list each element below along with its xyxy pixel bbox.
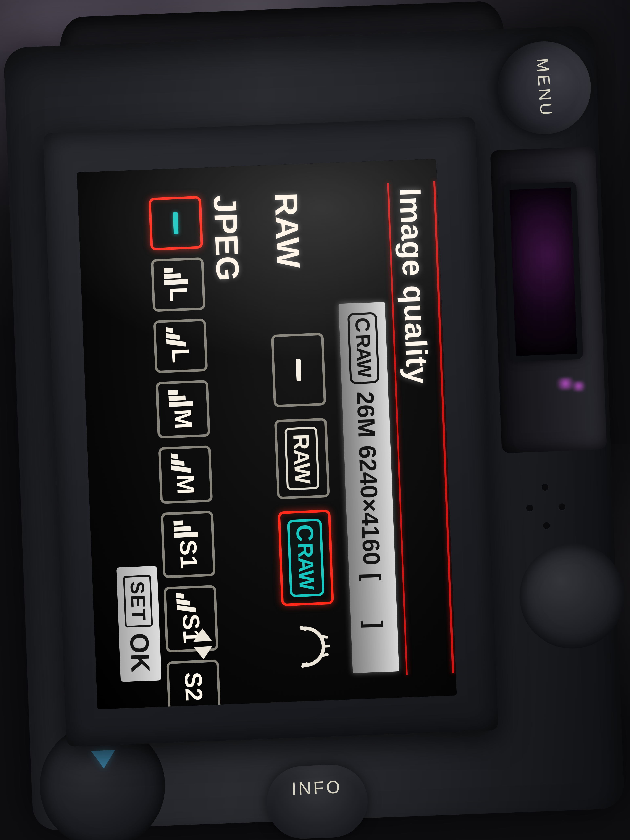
raw-label: RAW bbox=[267, 192, 307, 269]
camera-body: MENU INFO Image quality CRAW bbox=[3, 25, 625, 831]
jpeg-option-large-fine[interactable]: L bbox=[151, 257, 205, 312]
lcd-bezel: Image quality CRAW 26M 6240×4160 [ ] RAW bbox=[43, 117, 498, 747]
craw-icon: CRAW bbox=[287, 518, 325, 597]
jpeg-option-medium-fine[interactable]: M bbox=[156, 380, 210, 439]
raw-icon: RAW bbox=[284, 427, 320, 490]
main-dial-icon bbox=[300, 626, 326, 667]
raw-option-craw[interactable]: CRAW bbox=[278, 510, 334, 606]
raw-options: RAW CRAW bbox=[271, 333, 334, 606]
lcd-screen[interactable]: Image quality CRAW 26M 6240×4160 [ ] RAW bbox=[77, 159, 457, 709]
craw-badge-icon: CRAW bbox=[347, 312, 380, 384]
resolution-value: 6240×4160 bbox=[354, 445, 386, 566]
jpeg-label: JPEG bbox=[206, 194, 246, 282]
confirm-button[interactable]: SET OK bbox=[116, 566, 161, 682]
jpeg-option-s2[interactable]: S2 bbox=[166, 660, 221, 709]
speaker-grille bbox=[519, 481, 574, 535]
raw-option-raw[interactable]: RAW bbox=[274, 418, 330, 499]
current-quality-summary: CRAW 26M 6240×4160 [ ] bbox=[338, 302, 399, 673]
jpeg-option-s1-fine[interactable]: S1 bbox=[161, 511, 216, 578]
set-badge: SET bbox=[123, 575, 153, 628]
shots-remaining: [ ] bbox=[358, 572, 388, 629]
menu-button-label: MENU bbox=[532, 57, 556, 118]
jpeg-option-medium-normal[interactable]: M bbox=[158, 445, 213, 504]
image-quality-menu: Image quality CRAW 26M 6240×4160 [ ] RAW bbox=[77, 159, 457, 709]
raw-section: RAW RAW CRAW bbox=[253, 191, 336, 678]
jpeg-option-large-normal[interactable]: L bbox=[153, 319, 208, 373]
viewfinder-eyepiece bbox=[504, 182, 583, 362]
left-right-arrows-icon bbox=[193, 628, 213, 660]
ok-label: OK bbox=[124, 632, 156, 673]
info-button-label: INFO bbox=[291, 777, 342, 799]
play-icon bbox=[91, 750, 116, 769]
divider bbox=[433, 181, 454, 673]
page-title: Image quality bbox=[393, 187, 435, 385]
raw-option-off[interactable] bbox=[271, 333, 326, 407]
megapixels-value: 26M bbox=[351, 391, 381, 438]
jpeg-option-off[interactable] bbox=[148, 196, 203, 251]
viewfinder-block bbox=[490, 147, 607, 453]
info-button[interactable]: INFO bbox=[265, 763, 369, 840]
